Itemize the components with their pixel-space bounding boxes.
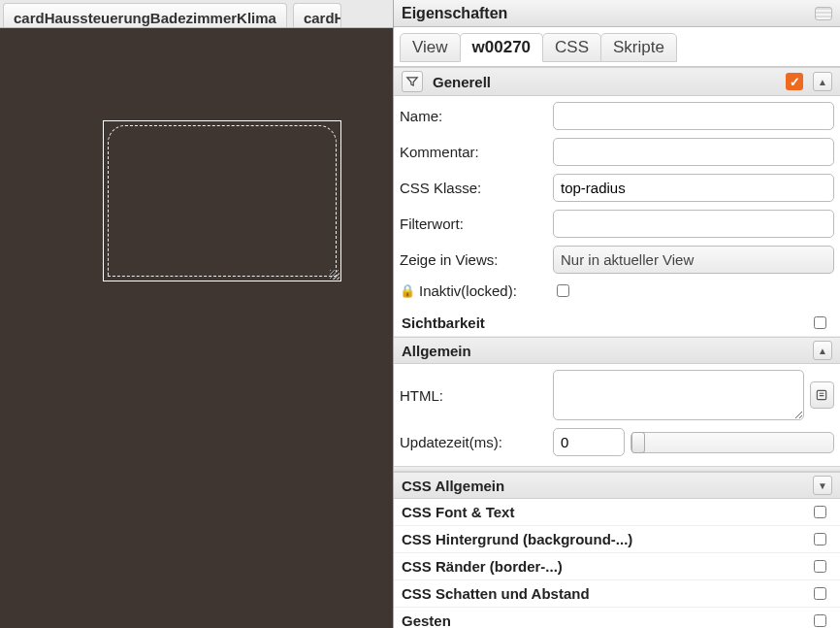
- view-tab-1[interactable]: cardHaussteuerungBadezimmerKlima: [3, 3, 287, 27]
- section-title-gestures: Gesten: [402, 612, 451, 628]
- slider-thumb-icon[interactable]: [631, 432, 645, 453]
- section-head-generell[interactable]: Generell ✓ ▲: [394, 67, 840, 96]
- comment-label: Kommentar:: [400, 144, 553, 160]
- name-input[interactable]: [553, 102, 834, 130]
- lock-icon: 🔒: [400, 283, 415, 298]
- section-head-allgemein[interactable]: Allgemein ▲: [394, 337, 840, 364]
- collapse-allgemein-button[interactable]: ▲: [813, 341, 832, 360]
- view-stage[interactable]: [0, 28, 393, 628]
- section-title-allgemein: Allgemein: [402, 343, 471, 359]
- subtab-widget[interactable]: w00270: [460, 33, 544, 62]
- widget-dashed-outline: [108, 125, 337, 277]
- filterword-input[interactable]: [553, 210, 834, 238]
- section-head-css-bg[interactable]: CSS Hintergrund (background-...): [394, 526, 840, 553]
- section-title-generell: Generell: [433, 74, 491, 90]
- section-title-css-bg: CSS Hintergrund (background-...): [402, 531, 632, 547]
- section-title-css-shadow: CSS Schatten und Abstand: [402, 585, 590, 602]
- section-title-sichtbarkeit: Sichtbarkeit: [402, 314, 485, 331]
- subtab-view[interactable]: View: [400, 33, 461, 62]
- name-label: Name:: [400, 108, 553, 124]
- section-head-css-font[interactable]: CSS Font & Text: [394, 499, 840, 526]
- css-border-checkbox[interactable]: [814, 560, 826, 573]
- properties-title: Eigenschaften: [402, 5, 507, 22]
- drag-grip-icon[interactable]: [815, 7, 832, 20]
- properties-subtabs: View w00270 CSS Skripte: [394, 27, 840, 67]
- subtab-css[interactable]: CSS: [542, 33, 601, 62]
- css-shadow-checkbox[interactable]: [814, 587, 826, 600]
- properties-body: Generell ✓ ▲ Name: Kommentar: CSS Klasse…: [394, 67, 840, 628]
- inactive-checkbox[interactable]: [557, 284, 569, 297]
- subtab-scripts[interactable]: Skripte: [600, 33, 677, 62]
- css-font-checkbox[interactable]: [814, 506, 826, 518]
- section-head-gestures[interactable]: Gesten: [394, 608, 840, 628]
- gestures-checkbox[interactable]: [814, 614, 826, 627]
- properties-header: Eigenschaften: [394, 0, 840, 27]
- css-class-label: CSS Klasse:: [400, 180, 553, 196]
- view-tabbar: cardHaussteuerungBadezimmerKlima cardH: [0, 0, 393, 28]
- filterword-label: Filterwort:: [400, 215, 553, 232]
- sichtbarkeit-checkbox[interactable]: [814, 316, 826, 329]
- view-tab-2[interactable]: cardH: [293, 3, 341, 27]
- html-edit-button[interactable]: [810, 381, 834, 409]
- section-title-css-border: CSS Ränder (border-...): [402, 558, 563, 575]
- css-bg-checkbox[interactable]: [814, 533, 826, 545]
- selected-widget[interactable]: [103, 120, 341, 281]
- allgemein-form: HTML: Updatezeit(ms):: [394, 364, 840, 466]
- resize-handle-icon[interactable]: [330, 270, 339, 280]
- expand-css-allgemein-button[interactable]: ▼: [813, 476, 832, 495]
- section-head-css-allgemein[interactable]: CSS Allgemein ▼: [394, 472, 840, 499]
- show-in-views-select[interactable]: Nur in aktueller View: [553, 246, 834, 274]
- updatezeit-input[interactable]: [553, 428, 625, 456]
- comment-input[interactable]: [553, 138, 834, 166]
- show-in-views-label: Zeige in Views:: [400, 251, 553, 268]
- section-head-sichtbarkeit[interactable]: Sichtbarkeit: [394, 310, 840, 337]
- properties-panel: Eigenschaften View w00270 CSS Skripte Ge…: [393, 0, 840, 628]
- section-title-css-font: CSS Font & Text: [402, 504, 514, 520]
- filter-icon: [402, 71, 423, 92]
- inactive-label: Inaktiv(locked):: [419, 282, 517, 299]
- section-flag-generell[interactable]: ✓: [786, 73, 803, 90]
- html-label: HTML:: [400, 387, 553, 404]
- css-class-input[interactable]: [553, 174, 834, 202]
- updatezeit-label: Updatezeit(ms):: [400, 434, 553, 450]
- generell-form: Name: Kommentar: CSS Klasse: Filterwort:…: [394, 96, 840, 310]
- html-textarea[interactable]: [553, 370, 804, 420]
- section-head-css-border[interactable]: CSS Ränder (border-...): [394, 553, 840, 580]
- canvas-column: cardHaussteuerungBadezimmerKlima cardH: [0, 0, 393, 628]
- collapse-generell-button[interactable]: ▲: [813, 72, 832, 91]
- section-title-css-allgemein: CSS Allgemein: [402, 478, 504, 494]
- updatezeit-slider[interactable]: [630, 432, 834, 453]
- section-head-css-shadow[interactable]: CSS Schatten und Abstand: [394, 580, 840, 608]
